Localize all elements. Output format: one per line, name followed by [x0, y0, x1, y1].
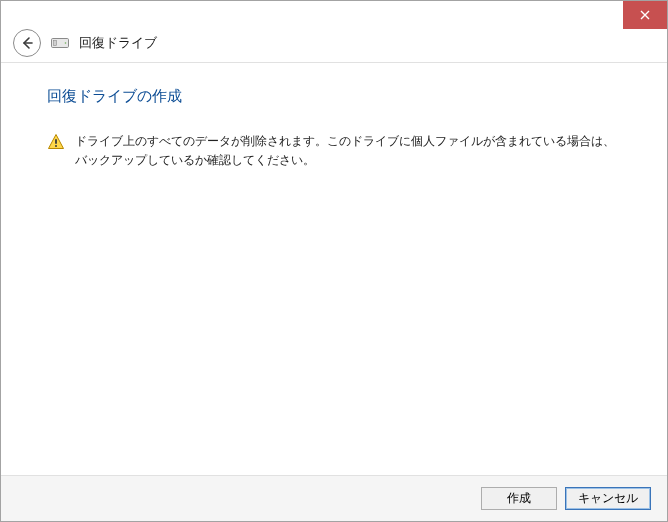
- wizard-window: 回復ドライブ 回復ドライブの作成 ドライブ上のすべてのデータが削除されます。この…: [0, 0, 668, 522]
- header: 回復ドライブ: [1, 29, 667, 63]
- warning-row: ドライブ上のすべてのデータが削除されます。このドライブに個人ファイルが含まれてい…: [47, 132, 627, 170]
- warning-text: ドライブ上のすべてのデータが削除されます。このドライブに個人ファイルが含まれてい…: [75, 132, 617, 170]
- app-title: 回復ドライブ: [79, 34, 157, 52]
- svg-point-2: [65, 42, 67, 44]
- svg-rect-3: [55, 139, 57, 144]
- close-button[interactable]: [623, 1, 667, 29]
- footer: 作成 キャンセル: [1, 475, 667, 521]
- cancel-button[interactable]: キャンセル: [565, 487, 651, 510]
- drive-icon: [51, 37, 69, 49]
- content-area: 回復ドライブの作成 ドライブ上のすべてのデータが削除されます。このドライブに個人…: [1, 63, 667, 475]
- close-icon: [640, 10, 650, 20]
- back-arrow-icon: [20, 36, 34, 50]
- warning-icon: [47, 133, 65, 151]
- page-title: 回復ドライブの作成: [47, 87, 627, 106]
- create-button[interactable]: 作成: [481, 487, 557, 510]
- svg-point-4: [55, 145, 57, 147]
- back-button[interactable]: [13, 29, 41, 57]
- svg-rect-1: [54, 40, 57, 45]
- titlebar: [1, 1, 667, 29]
